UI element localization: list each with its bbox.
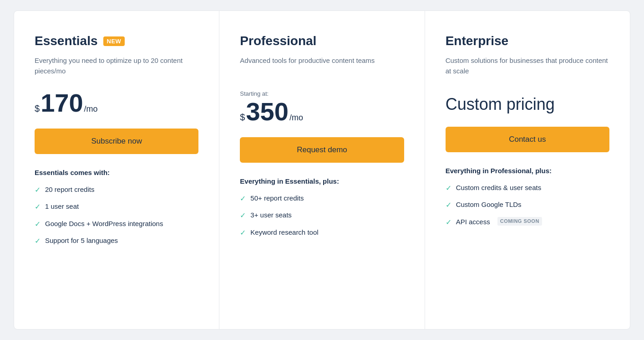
professional-features-heading: Everything in Essentials, plus: [240,177,404,185]
check-icon: ✓ [240,211,246,221]
enterprise-title: Enterprise [446,34,609,48]
essentials-period: /mo [84,104,98,114]
list-item: ✓ Custom Google TLDs [446,200,609,210]
list-item: ✓ Keyword research tool [240,227,404,238]
coming-soon-badge: COMING SOON [497,217,542,226]
check-icon: ✓ [446,200,451,210]
professional-plan: Professional Advanced tools for producti… [219,11,425,329]
contact-us-button[interactable]: Contact us [446,127,609,152]
list-item: ✓ 3+ user seats [240,210,404,221]
new-badge: NEW [103,36,125,46]
request-demo-button[interactable]: Request demo [240,137,404,163]
enterprise-features-heading: Everything in Professional, plus: [446,167,609,175]
professional-starting-label: Starting at: [240,90,404,97]
professional-description: Advanced tools for productive content te… [240,56,404,77]
check-icon: ✓ [35,202,41,212]
list-item: ✓ API access COMING SOON [446,217,609,227]
check-icon: ✓ [240,194,246,204]
check-icon: ✓ [35,185,41,195]
professional-price: $ 350 /mo [240,99,404,124]
check-icon: ✓ [446,183,451,193]
essentials-dollar: $ [35,103,40,114]
professional-feature-list: ✓ 50+ report credits ✓ 3+ user seats ✓ K… [240,193,404,238]
list-item: ✓ 1 user seat [35,201,198,212]
essentials-description: Everything you need to optimize up to 20… [35,56,198,77]
subscribe-now-button[interactable]: Subscribe now [35,129,198,154]
essentials-feature-list: ✓ 20 report credits ✓ 1 user seat ✓ Goog… [35,185,198,247]
list-item: ✓ 20 report credits [35,185,198,195]
essentials-title: Essentials NEW [35,34,198,48]
essentials-features-heading: Essentials comes with: [35,169,198,176]
pricing-table: Essentials NEW Everything you need to op… [14,10,630,330]
professional-title: Professional [240,34,404,48]
list-item: ✓ Custom credits & user seats [446,183,609,193]
check-icon: ✓ [446,217,451,227]
enterprise-description: Custom solutions for businesses that pro… [446,56,609,77]
list-item: ✓ Support for 5 languages [35,236,198,246]
professional-amount: 350 [246,99,288,124]
essentials-plan: Essentials NEW Everything you need to op… [14,11,219,329]
check-icon: ✓ [240,228,246,238]
check-icon: ✓ [35,236,41,246]
essentials-amount: 170 [41,90,83,116]
essentials-price: $ 170 /mo [35,90,198,116]
list-item: ✓ 50+ report credits [240,193,404,204]
professional-dollar: $ [240,112,245,123]
professional-period: /mo [289,113,303,123]
list-item: ✓ Google Docs + WordPress integrations [35,219,198,229]
enterprise-feature-list: ✓ Custom credits & user seats ✓ Custom G… [446,183,609,227]
check-icon: ✓ [35,219,41,229]
enterprise-custom-price: Custom pricing [446,90,609,114]
enterprise-plan: Enterprise Custom solutions for business… [425,11,630,329]
